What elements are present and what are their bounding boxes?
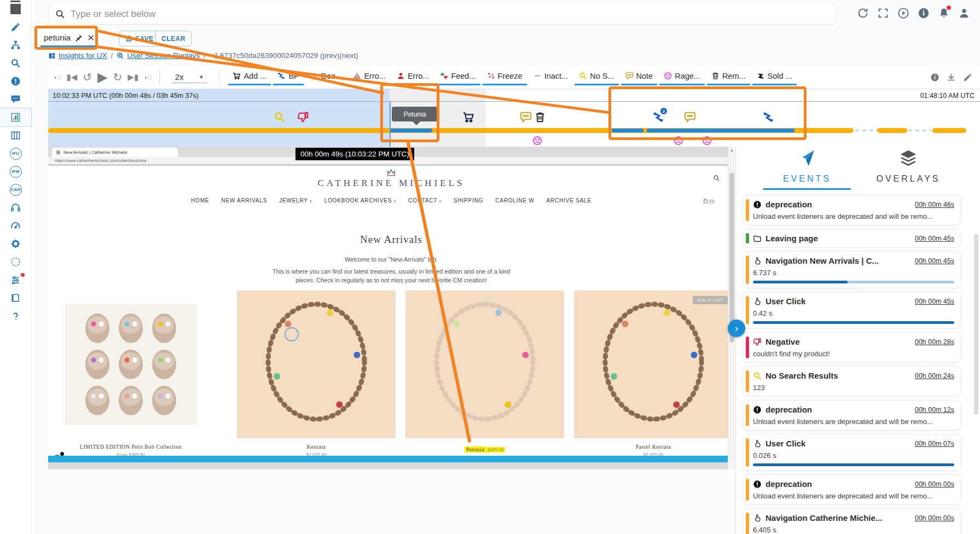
event-time-link[interactable]: 00h 00m 45s [915, 235, 954, 242]
site-nav-shipping[interactable]: SHIPPING [454, 198, 483, 204]
sidebar-sitemap-icon[interactable] [0, 36, 31, 54]
prev-note-button[interactable]: ◖⃝ [54, 74, 61, 80]
filter-chip-petunia[interactable]: petunia [40, 30, 98, 47]
timeline-marker-bp-icon[interactable]: 2 [653, 111, 665, 123]
site-nav-lookbook-archives[interactable]: LOOKBOOK ARCHIVES ▾ [324, 198, 397, 204]
save-button[interactable]: SAVE [119, 31, 160, 47]
site-logo[interactable]: CATHERINE MICHIELS [48, 178, 734, 189]
clear-button[interactable]: CLEAR [155, 31, 192, 47]
filter-erro[interactable]: Erro... [392, 69, 433, 85]
event-card-user-click[interactable]: User Click00h 00m 45s0.42 s [743, 292, 961, 329]
sidebar-dashed-circle-icon[interactable] [0, 253, 31, 271]
filter-freeze[interactable]: Freeze [483, 69, 527, 85]
timeline-segment[interactable] [932, 128, 966, 133]
playback-speed-select[interactable]: 2x ▼ [172, 71, 207, 83]
sidebar-hamburger-icon[interactable] [0, 0, 31, 18]
event-time-link[interactable]: 00h 00m 12s [915, 406, 954, 414]
event-card-deprecation[interactable]: deprecation00h 00m 46sUnload event liste… [743, 195, 961, 225]
sidebar-chat-icon[interactable] [0, 90, 31, 108]
sidebar-search-icon[interactable] [0, 54, 31, 72]
sidebar-headset-icon[interactable] [0, 199, 31, 217]
sidebar-sliders-icon[interactable] [0, 271, 31, 289]
next-note-button[interactable]: ◗⃝ [144, 74, 152, 80]
event-card-leaving-page[interactable]: Leaving page00h 00m 45s [743, 229, 961, 248]
sidebar-gear-icon[interactable] [0, 235, 31, 253]
event-card-no-search-results[interactable]: No Search Results00h 00m 24s123 [743, 366, 961, 397]
timeline-marker-note-icon[interactable] [520, 111, 532, 123]
play-button[interactable]: ▶ [97, 69, 107, 85]
event-time-link[interactable]: 00h 00m 24s [915, 372, 954, 380]
timeline-marker-search-icon[interactable] [274, 111, 286, 123]
site-search-icon[interactable] [713, 175, 720, 182]
filter-sold[interactable]: Sold ... [752, 69, 797, 85]
timeline-marker-cart-icon[interactable] [462, 111, 474, 123]
event-card-deprecation[interactable]: deprecation00h 00m 12sUnload event liste… [743, 400, 961, 431]
timeline-rage-face-icon[interactable] [702, 136, 712, 146]
filter-bp[interactable]: BP [273, 69, 303, 85]
panel-expander-button[interactable]: › [728, 320, 745, 337]
event-time-link[interactable]: 00h 00m 07s [915, 440, 954, 448]
timeline-filtered-range[interactable] [647, 129, 795, 132]
event-time-link[interactable]: 00h 00m 46s [915, 201, 954, 208]
sidebar-can-badge[interactable]: CAN [0, 181, 31, 199]
timeline-marker-trash-icon[interactable] [534, 111, 546, 123]
filter-feed[interactable]: Feed... [436, 69, 480, 85]
global-search[interactable] [48, 3, 836, 25]
timeline-segment[interactable] [877, 128, 907, 133]
tab-overlays[interactable]: OVERLAYS [865, 149, 952, 184]
event-card-navigation-catherine-michie---[interactable]: Navigation Catherine Michie...00h 00m 00… [743, 508, 961, 534]
fullscreen-icon[interactable] [877, 7, 889, 19]
info-icon[interactable] [930, 73, 940, 82]
timeline-filtered-range[interactable] [612, 129, 643, 132]
product-image-4[interactable]: SOLD OUT [574, 291, 733, 438]
site-nav-new-arrivals[interactable]: NEW ARRIVALS [221, 198, 267, 204]
site-nav-contact[interactable]: CONTACT ▾ [408, 198, 442, 204]
sidebar-pencil-icon[interactable] [0, 18, 31, 36]
skip-back-button[interactable]: ▮◀ [67, 72, 78, 82]
filter-inact[interactable]: Inact... [529, 69, 573, 85]
event-card-negative[interactable]: Negative00h 00m 28scouldn't find my prod… [743, 332, 961, 363]
tab-events[interactable]: EVENTS [763, 149, 851, 190]
filter-rem[interactable]: Rem... [707, 69, 750, 85]
info-icon[interactable] [918, 7, 930, 19]
timeline-filtered-range[interactable] [390, 129, 432, 132]
forward-button[interactable]: ↻ [113, 71, 123, 84]
filter-note[interactable]: Note [621, 69, 658, 85]
event-time-link[interactable]: 00h 00m 00s [915, 480, 954, 488]
pin-icon[interactable] [75, 34, 83, 42]
sidebar-alert-icon[interactable] [0, 72, 31, 90]
sidebar-columns-icon[interactable] [0, 126, 31, 144]
product-image-2[interactable] [237, 291, 396, 438]
event-time-link[interactable]: 00h 00m 45s [915, 298, 954, 305]
download-icon[interactable] [947, 73, 956, 82]
sidebar-book-icon[interactable] [0, 289, 31, 307]
account-icon[interactable] [958, 7, 970, 19]
product-image-1[interactable] [65, 304, 197, 425]
notifications-icon[interactable] [938, 7, 950, 19]
site-nav-archive-sale[interactable]: ARCHIVE SALE [547, 198, 592, 204]
site-nav-jewelry[interactable]: JEWELRY ▾ [279, 198, 312, 204]
event-time-link[interactable]: 00h 00m 00s [915, 514, 954, 522]
panel-scrollbar[interactable] [974, 234, 978, 415]
sidebar-ifu-badge[interactable]: IFU [0, 144, 31, 162]
product-caption[interactable]: Petunia$495.00 [405, 444, 564, 454]
playhead[interactable] [390, 102, 391, 147]
timeline-marker-note-icon[interactable] [684, 111, 696, 123]
refresh-icon[interactable] [857, 7, 869, 19]
event-time-link[interactable]: 00h 00m 28s [915, 338, 954, 346]
site-nav-home[interactable]: HOME [191, 198, 209, 204]
sidebar-gauge-icon[interactable] [0, 217, 31, 235]
breadcrumb-replays-link[interactable]: User Session Replays [117, 51, 200, 60]
sidebar-ifm-badge[interactable]: IFM [0, 162, 31, 181]
rewind-button[interactable]: ↺ [83, 71, 92, 84]
close-icon[interactable] [87, 34, 95, 42]
edit-icon[interactable] [963, 73, 972, 82]
sidebar-chart-icon[interactable] [0, 108, 31, 126]
timeline-rage-face-icon[interactable] [532, 136, 542, 146]
product-image-3[interactable] [405, 291, 564, 438]
filter-add[interactable]: Add ... [228, 69, 271, 85]
filter-rage[interactable]: Rage... [659, 69, 705, 85]
event-card-deprecation[interactable]: deprecation00h 00m 00sUnload event liste… [743, 474, 961, 505]
event-card-navigation-new-arrivals---c---[interactable]: Navigation New Arrivals | C...00h 00m 45… [743, 251, 961, 288]
site-nav-caroline-w[interactable]: CAROLINE W [495, 198, 534, 204]
